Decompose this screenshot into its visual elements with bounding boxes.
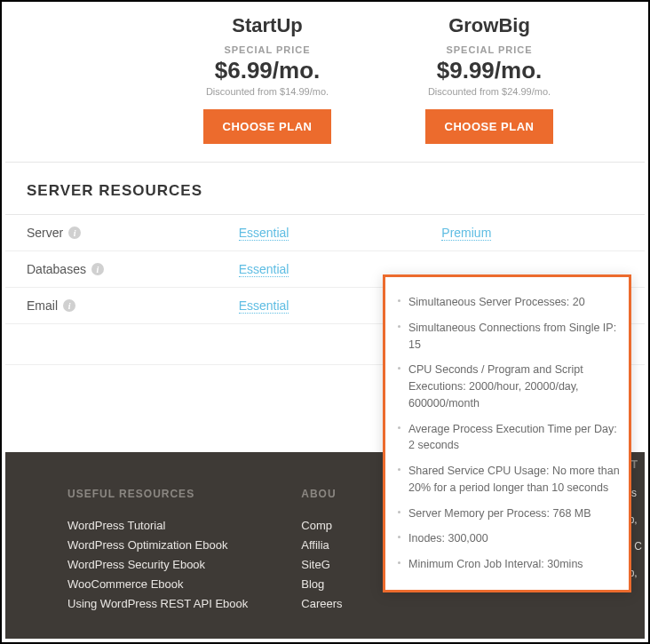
plan-name: GrowBig — [378, 14, 600, 37]
resource-value-link[interactable]: Essential — [239, 226, 289, 241]
premium-tooltip: Simultaneous Server Processes: 20Simulta… — [383, 274, 631, 592]
resource-label: Databases — [27, 262, 86, 276]
footer-link[interactable]: Using WordPress REST API Ebook — [67, 594, 248, 614]
tooltip-item: Inodes: 300,000 — [391, 526, 620, 552]
footer-link[interactable]: SiteG — [301, 555, 354, 575]
pricing-plans-row: StartUp SPECIAL PRICE $6.99/mo. Discount… — [5, 5, 645, 163]
tooltip-item: Simultaneous Connections from Single IP:… — [391, 315, 620, 358]
plan-discount: Discounted from $14.99/mo. — [156, 86, 378, 97]
tooltip-item: Server Memory per Process: 768 MB — [391, 501, 620, 527]
plan-price: $6.99/mo. — [156, 57, 378, 84]
footer-heading: USEFUL RESOURCES — [67, 488, 248, 500]
plan-startup: StartUp SPECIAL PRICE $6.99/mo. Discount… — [156, 14, 378, 144]
footer-link[interactable]: Careers — [301, 594, 354, 614]
resource-value-link[interactable]: Essential — [239, 298, 289, 314]
footer-col-useful-resources: USEFUL RESOURCES WordPress Tutorial Word… — [67, 488, 248, 639]
tooltip-item: Shared Service CPU Usage: No more than 2… — [391, 458, 620, 501]
plan-discount: Discounted from $24.99/mo. — [378, 86, 600, 97]
footer-link[interactable]: WordPress Security Ebook — [67, 555, 248, 575]
footer-link[interactable]: Comp — [301, 516, 354, 536]
tooltip-item: Simultaneous Server Processes: 20 — [391, 290, 620, 315]
plan-name: StartUp — [156, 14, 378, 37]
footer-link[interactable]: WooCommerce Ebook — [67, 575, 248, 594]
footer-col-about: ABOU Comp Affilia SiteG Blog Careers — [301, 488, 354, 639]
plan-growbig: GrowBig SPECIAL PRICE $9.99/mo. Discount… — [378, 14, 600, 144]
footer-link[interactable]: WordPress Optimization Ebook — [67, 536, 248, 555]
choose-plan-button[interactable]: CHOOSE PLAN — [425, 109, 554, 144]
info-icon[interactable]: i — [91, 263, 104, 275]
footer-heading: ABOU — [301, 488, 354, 500]
resource-row-server: Server i Essential Premium — [5, 215, 645, 251]
tooltip-item: Minimum Cron Job Interval: 30mins — [391, 552, 620, 577]
info-icon[interactable]: i — [68, 227, 81, 239]
resource-value-link[interactable]: Premium — [441, 226, 491, 241]
plan-price: $9.99/mo. — [378, 57, 600, 84]
footer-link[interactable]: Blog — [301, 575, 354, 594]
special-price-label: SPECIAL PRICE — [378, 44, 600, 55]
footer-link[interactable]: Affilia — [301, 536, 354, 555]
special-price-label: SPECIAL PRICE — [156, 44, 378, 55]
tooltip-item: Average Process Execution Time per Day: … — [391, 417, 620, 459]
server-resources-heading: SERVER RESOURCES — [5, 163, 645, 215]
footer-link[interactable]: WordPress Tutorial — [67, 516, 248, 536]
resource-label: Server — [27, 226, 63, 240]
resource-value-link[interactable]: Essential — [239, 262, 289, 277]
info-icon[interactable]: i — [63, 299, 75, 312]
choose-plan-button[interactable]: CHOOSE PLAN — [203, 109, 332, 144]
resource-label: Email — [27, 298, 58, 313]
tooltip-item: CPU Seconds / Program and Script Executi… — [391, 357, 620, 416]
